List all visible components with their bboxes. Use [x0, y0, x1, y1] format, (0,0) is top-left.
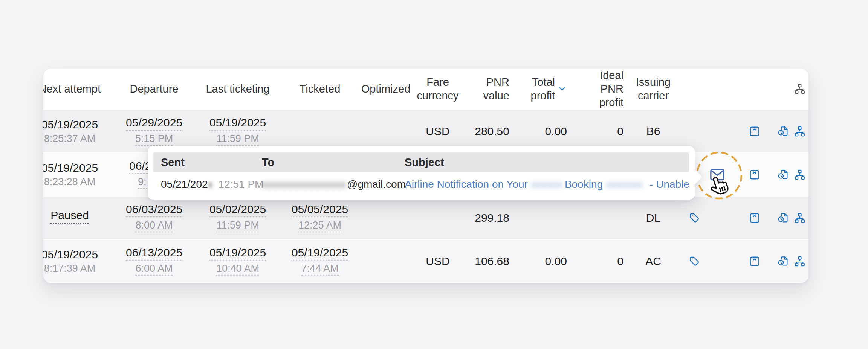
next-attempt-date: 05/19/2025 — [43, 248, 98, 261]
ticketed-time: 7:44 AM — [301, 263, 338, 276]
pnr-value: 280.50 — [475, 125, 509, 137]
last-ticketing-time: 10:40 AM — [216, 263, 259, 276]
column-header-label: Last ticketing — [206, 82, 269, 96]
next-attempt-time: 8:23:28 AM — [44, 177, 96, 187]
column-header-label: Issuing carrier — [633, 75, 674, 102]
hierarchy-icon[interactable] — [794, 169, 806, 180]
cell-pnr-value: 106.68 — [464, 240, 509, 282]
column-header-pnr-value[interactable]: PNR value — [464, 69, 509, 109]
pnr-value: 106.68 — [475, 255, 509, 267]
cell-total-profit: 0.00 — [518, 240, 567, 282]
hierarchy-icon[interactable] — [794, 125, 806, 137]
next-attempt-date: 05/19/2025 — [43, 162, 98, 174]
cell-fare-currency: USD — [415, 240, 460, 282]
bookmark-icon[interactable] — [749, 125, 761, 137]
document-history-icon[interactable] — [778, 125, 789, 137]
tag-icon[interactable] — [689, 212, 701, 224]
popup-column-sent: Sent — [161, 156, 185, 168]
cell-ideal-pnr-profit: 0 — [575, 240, 623, 282]
email-sent-timestamp: 05/21/202x12:51 PM — [161, 178, 263, 191]
popup-header-row: Sent To Subject — [153, 152, 689, 172]
column-header-label: Optimized — [361, 82, 411, 96]
column-header-last-ticketing[interactable]: Last ticketing — [209, 69, 266, 109]
cell-ticketed[interactable]: 05/19/20257:44 AM — [292, 240, 348, 282]
document-history-icon[interactable] — [778, 169, 789, 180]
bookmark-icon[interactable] — [749, 255, 761, 267]
hierarchy-icon[interactable] — [794, 212, 806, 224]
redacted-text: xxxxxxx — [606, 178, 646, 191]
departure-time: 5:15 PM — [135, 133, 173, 146]
column-header-label: Total profit — [521, 75, 555, 102]
email-recipient: xxxxxxxxxxxxxxxx@gmail.com — [262, 178, 406, 191]
bookmark-icon[interactable] — [749, 212, 761, 224]
next-attempt-date: Paused — [50, 209, 89, 224]
column-header-issuing-carrier[interactable]: Issuing carrier — [633, 69, 674, 109]
cell-ticketed[interactable]: 05/05/202512:25 AM — [292, 197, 348, 239]
issuing-carrier-value: AC — [645, 255, 661, 267]
fare-currency-value: USD — [426, 255, 449, 267]
departure-date: 06/13/2025 — [126, 247, 182, 261]
page: { "table": { "columns": ["Next attempt",… — [0, 0, 868, 349]
document-history-icon[interactable] — [778, 212, 789, 224]
column-header-total-profit[interactable]: Total profit — [518, 69, 570, 109]
column-header-ticketed[interactable]: Ticketed — [292, 69, 348, 109]
cell-departure[interactable]: 06/13/20256:00 AM — [126, 240, 182, 282]
cell-optimized — [363, 197, 408, 239]
cell-next-attempt: 05/19/20258:17:39 AM — [43, 240, 96, 282]
cell-optimized — [363, 240, 408, 282]
cell-departure[interactable]: 06/03/20258:00 AM — [126, 197, 182, 239]
column-header-fare-currency[interactable]: Fare currency — [415, 69, 460, 109]
issuing-carrier-value: DL — [646, 212, 660, 224]
redacted-text: xxxxxxxxxxxxxxxx — [262, 178, 347, 191]
redacted-text: x — [208, 178, 215, 191]
email-subject-link[interactable]: Airline Notification on YourxxxxxxBookin… — [405, 178, 689, 191]
cell-issuing-carrier: AC — [633, 240, 674, 282]
column-header-label: Ideal PNR profit — [575, 69, 623, 109]
popup-column-to: To — [262, 156, 274, 168]
email-log-popup: Sent To Subject 05/21/202x12:51 PM xxxxx… — [148, 146, 695, 200]
cell-total-profit — [518, 197, 567, 239]
column-header-next-attempt[interactable]: Next attempt — [43, 69, 96, 109]
next-attempt-time: 8:25:37 AM — [44, 133, 96, 144]
next-attempt-time: 8:17:39 AM — [44, 263, 96, 274]
table-row: 05/19/20258:17:39 AM 06/13/20256:00 AM 0… — [43, 239, 808, 282]
email-sent-time: 12:51 PM — [219, 178, 264, 190]
ticketed-date: 05/05/2025 — [292, 203, 348, 217]
cell-fare-currency — [415, 197, 460, 239]
document-history-icon[interactable] — [778, 255, 789, 267]
popup-column-subject: Subject — [405, 156, 444, 168]
departure-date: 06/03/2025 — [126, 203, 182, 217]
bookmark-icon[interactable] — [749, 169, 761, 180]
cell-issuing-carrier: DL — [633, 197, 674, 239]
total-profit-value: 0.00 — [545, 125, 567, 137]
cell-next-attempt: Paused — [43, 197, 96, 239]
column-header-ideal-pnr-profit[interactable]: Ideal PNR profit — [575, 69, 623, 109]
table-header: Next attempt Departure Last ticketing Ti… — [43, 69, 808, 109]
fare-currency-value: USD — [426, 125, 449, 137]
last-ticketing-time: 11:59 PM — [216, 133, 259, 146]
popup-data-row: 05/21/202x12:51 PM xxxxxxxxxxxxxxxx@gmai… — [153, 172, 689, 197]
total-profit-value: 0.00 — [545, 255, 567, 267]
ideal-pnr-profit-value: 0 — [617, 255, 623, 267]
column-header-label: Next attempt — [43, 82, 101, 96]
last-ticketing-time: 11:59 PM — [216, 220, 259, 232]
ideal-pnr-profit-value: 0 — [617, 125, 623, 137]
ticketed-date: 05/19/2025 — [292, 247, 348, 261]
hierarchy-icon[interactable] — [794, 255, 806, 267]
pnr-value: 299.18 — [475, 212, 509, 224]
last-ticketing-date: 05/19/2025 — [209, 117, 266, 131]
column-header-optimized[interactable]: Optimized — [363, 69, 408, 109]
cell-pnr-value: 299.18 — [464, 197, 509, 239]
column-header-label: Ticketed — [300, 82, 341, 96]
last-ticketing-date: 05/19/2025 — [209, 247, 266, 261]
column-header-departure[interactable]: Departure — [126, 69, 182, 109]
cell-ideal-pnr-profit — [575, 197, 623, 239]
departure-date: 05/29/2025 — [126, 117, 182, 131]
cell-last-ticketing[interactable]: 05/19/202510:40 AM — [209, 240, 266, 282]
departure-time: 9: — [138, 177, 147, 189]
tag-icon[interactable] — [689, 255, 701, 267]
ticketed-time: 12:25 AM — [298, 220, 341, 232]
hierarchy-icon[interactable] — [794, 83, 806, 95]
cell-last-ticketing[interactable]: 05/02/202511:59 PM — [209, 197, 266, 239]
chevron-down-icon[interactable] — [557, 84, 567, 94]
